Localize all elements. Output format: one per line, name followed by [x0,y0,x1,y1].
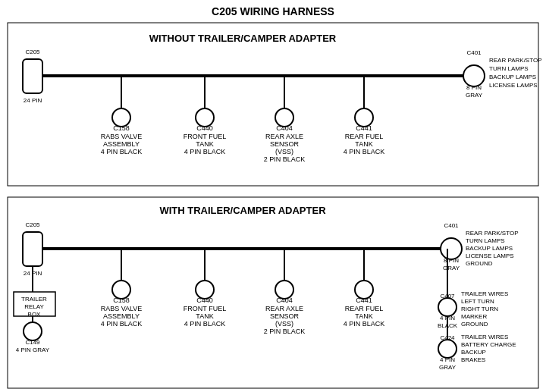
top-c404-l4: 2 PIN BLACK [264,155,306,163]
c424-label4: BRAKES [461,356,485,363]
top-right-label3: BACKUP LAMPS [489,74,536,80]
top-right-label1: REAR PARK/STOP [489,57,542,64]
c407-label5: GROUND [461,321,488,328]
bot-c441-l3: 4 PIN BLACK [344,320,385,328]
top-left-connector-name: C205 [25,49,40,55]
top-c158-l2: ASSEMBLY [103,140,140,148]
bot-right-connector-name: C401 [444,222,459,229]
top-c440-l3: 4 PIN BLACK [184,148,226,155]
top-c404-l1: REAR AXLE [265,133,303,140]
top-c440-l1: FRONT FUEL [184,133,226,140]
bot-c441-l1: REAR FUEL [345,305,384,312]
c407-label1: TRAILER WIRES [461,290,508,297]
top-c158-name: C158 [113,124,130,132]
top-c404-l3: (VSS) [275,148,293,155]
bot-c440-l2: TANK [196,312,213,320]
bot-right-label5: GROUND [466,260,493,267]
c424-label3: BACKUP [461,349,486,356]
c424-sub2: GRAY [439,364,457,371]
bot-c404-l2: SENSOR [270,312,300,320]
top-right-sub2: GRAY [466,92,483,99]
c407-name: C407 [440,293,455,299]
bot-c158-name: C158 [113,296,130,304]
svg-rect-14 [23,232,42,266]
c149-sub: 4 PIN GRAY [16,347,50,353]
top-c158-l3: 4 PIN BLACK [101,148,143,155]
svg-point-21 [438,298,457,316]
bot-c158-l1: RABS VALVE [101,305,143,312]
top-c158-l1: RABS VALVE [101,133,143,140]
top-right-label2: TURN LAMPS [489,65,529,72]
c149-name: C149 [25,339,40,346]
trailer-relay-l2: RELAY [24,303,44,310]
main-title: C205 WIRING HARNESS [212,5,334,17]
trailer-relay-l3: BOX [28,311,42,318]
bot-right-label3: BACKUP LAMPS [466,245,513,252]
bot-right-sub2: GRAY [443,265,460,271]
top-right-sub1: 8 PIN [466,84,482,91]
svg-rect-12 [8,197,538,388]
bot-c404-l1: REAR AXLE [265,305,303,312]
top-c404-l2: SENSOR [270,140,300,148]
top-c441-l2: TANK [355,140,372,148]
trailer-relay-l1: TRAILER [21,296,47,303]
svg-rect-2 [23,59,42,93]
bot-c404-l3: (VSS) [275,320,293,328]
svg-point-3 [463,65,485,86]
top-left-connector-sub: 24 PIN [24,97,42,104]
top-c441-l3: 4 PIN BLACK [344,148,385,155]
bot-c441-name: C441 [356,296,372,304]
top-c404-name: C404 [276,124,293,132]
svg-point-23 [438,340,457,358]
bot-c440-l3: 4 PIN BLACK [184,320,226,328]
bot-left-connector-name: C205 [25,221,40,228]
top-section-title: WITHOUT TRAILER/CAMPER ADAPTER [149,33,337,44]
bot-right-label2: TURN LAMPS [466,237,505,244]
top-right-label4: LICENSE LAMPS [489,82,538,89]
bot-c404-name: C404 [276,296,293,304]
top-c441-l1: REAR FUEL [345,133,384,140]
bot-c158-l2: ASSEMBLY [103,312,140,320]
bottom-section-title: WITH TRAILER/CAMPER ADAPTER [159,205,326,216]
c407-label2: LEFT TURN [461,298,494,305]
c424-sub1: 4 PIN [440,356,455,363]
bot-right-label1: REAR PARK/STOP [466,230,519,237]
bot-c441-l2: TANK [355,312,372,320]
c407-label3: RIGHT TURN [461,306,498,312]
bot-right-sub1: 8 PIN [444,257,459,264]
bot-right-label4: LICENSE LAMPS [466,252,514,259]
top-c440-l2: TANK [196,140,213,148]
svg-point-17 [24,322,42,340]
bot-c440-name: C440 [196,296,213,304]
c424-label1: TRAILER WIRES [461,334,508,340]
bot-c440-l1: FRONT FUEL [184,305,226,312]
c424-name: C424 [440,334,455,341]
top-c440-name: C440 [196,124,213,132]
c424-label2: BATTERY CHARGE [461,341,516,348]
top-c441-name: C441 [356,124,372,132]
c407-label4: MARKER [461,313,487,320]
top-right-connector-name: C401 [466,49,482,56]
diagram-container: C205 WIRING HARNESS WITHOUT TRAILER/CAMP… [0,0,546,392]
svg-point-19 [441,238,462,259]
bot-c158-l3: 4 PIN BLACK [101,320,143,328]
bot-c404-l4: 2 PIN BLACK [264,328,306,335]
